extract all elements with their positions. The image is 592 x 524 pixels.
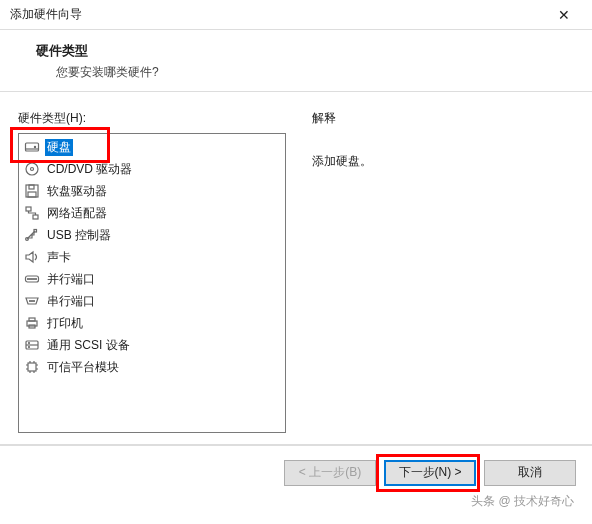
svg-point-15 [32,279,33,280]
list-item[interactable]: 硬盘 [19,136,285,158]
hardware-type-listbox[interactable]: 硬盘CD/DVD 驱动器软盘驱动器网络适配器USB 控制器声卡并行端口串行端口打… [18,133,286,433]
list-item[interactable]: 串行端口 [19,290,285,312]
svg-rect-22 [29,318,35,321]
list-item-label: 网络适配器 [45,205,109,222]
list-item-label: 软盘驱动器 [45,183,109,200]
svg-rect-8 [26,207,31,211]
list-item[interactable]: 并行端口 [19,268,285,290]
svg-point-3 [26,163,38,175]
list-item[interactable]: 声卡 [19,246,285,268]
list-item-label: 串行端口 [45,293,97,310]
hardware-type-label: 硬件类型(H): [18,110,286,127]
sound-icon [23,249,41,265]
explanation-column: 解释 添加硬盘。 [312,110,574,444]
list-item[interactable]: 通用 SCSI 设备 [19,334,285,356]
list-item-label: 并行端口 [45,271,97,288]
list-item[interactable]: 网络适配器 [19,202,285,224]
list-item-label: 可信平台模块 [45,359,121,376]
svg-point-26 [29,343,30,344]
close-button[interactable]: ✕ [544,1,584,29]
titlebar: 添加硬件向导 ✕ [0,0,592,30]
svg-point-19 [32,301,33,302]
disc-icon [23,161,41,177]
svg-point-18 [30,301,31,302]
svg-point-17 [36,279,37,280]
explanation-text: 添加硬盘。 [312,153,574,170]
wizard-header: 硬件类型 您要安装哪类硬件? [0,30,592,91]
list-item[interactable]: 软盘驱动器 [19,180,285,202]
list-item-label: CD/DVD 驱动器 [45,161,134,178]
usb-icon [23,227,41,243]
header-heading: 硬件类型 [36,42,572,60]
wizard-body: 硬件类型(H): 硬盘CD/DVD 驱动器软盘驱动器网络适配器USB 控制器声卡… [0,92,592,444]
next-button[interactable]: 下一步(N) > [384,460,476,486]
svg-point-14 [30,279,31,280]
close-icon: ✕ [558,7,570,23]
parallel-port-icon [23,271,41,287]
header-subheading: 您要安装哪类硬件? [56,64,572,81]
svg-rect-11 [34,230,37,233]
svg-rect-9 [33,215,38,219]
svg-point-20 [34,301,35,302]
svg-point-13 [28,279,29,280]
tpm-icon [23,359,41,375]
list-item-label: 通用 SCSI 设备 [45,337,132,354]
serial-port-icon [23,293,41,309]
svg-point-27 [29,347,30,348]
floppy-icon [23,183,41,199]
svg-point-1 [34,146,35,147]
hardware-type-column: 硬件类型(H): 硬盘CD/DVD 驱动器软盘驱动器网络适配器USB 控制器声卡… [18,110,286,444]
scsi-icon [23,337,41,353]
back-button[interactable]: < 上一步(B) [284,460,376,486]
printer-icon [23,315,41,331]
harddisk-icon [23,139,41,155]
svg-rect-28 [28,363,36,371]
svg-point-4 [31,168,34,171]
cancel-button[interactable]: 取消 [484,460,576,486]
list-item-label: 声卡 [45,249,73,266]
list-item[interactable]: USB 控制器 [19,224,285,246]
svg-rect-7 [28,192,36,197]
svg-rect-6 [29,185,34,189]
list-item[interactable]: CD/DVD 驱动器 [19,158,285,180]
network-icon [23,205,41,221]
svg-rect-0 [26,143,39,151]
list-item-label: 硬盘 [45,139,73,156]
list-item-label: USB 控制器 [45,227,113,244]
explanation-label: 解释 [312,110,574,127]
list-item[interactable]: 打印机 [19,312,285,334]
window-title: 添加硬件向导 [10,6,544,23]
list-item[interactable]: 可信平台模块 [19,356,285,378]
svg-point-16 [34,279,35,280]
list-item-label: 打印机 [45,315,85,332]
wizard-footer: < 上一步(B) 下一步(N) > 取消 [0,445,592,499]
